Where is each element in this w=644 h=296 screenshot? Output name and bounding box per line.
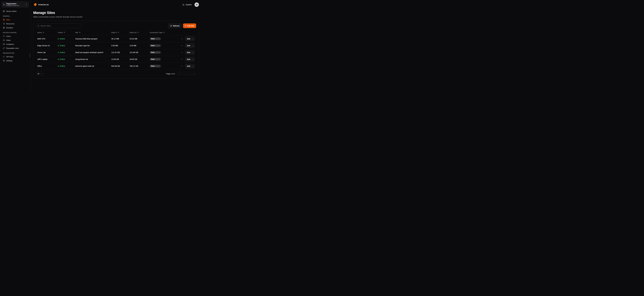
data-in-cell: 112.42 GB (111, 52, 130, 54)
org-subtitle: milo@fossorial.io's ... (6, 5, 24, 6)
table-row: Home Lab Online dead-san-joaquin-antelop… (36, 49, 196, 56)
first-page-button[interactable]: « (178, 72, 182, 76)
sidebar-item-shareable-links[interactable]: Shareable Links (2, 46, 29, 50)
page-size-select[interactable]: 20 (36, 72, 44, 76)
site-tunnel-name: dead-san-joaquin-antelope-squirrel (75, 52, 111, 54)
row-menu-button[interactable]: ⋯ (180, 44, 184, 47)
row-menu-button[interactable]: ⋯ (180, 65, 184, 67)
edit-button[interactable]: Edit → (185, 64, 195, 68)
prev-page-button[interactable]: ‹ (182, 72, 186, 76)
sort-icon: ⇅ (118, 32, 119, 33)
sidebar: Organization milo@fossorial.io's ... Ser… (0, 0, 30, 92)
page-indicator: Page 1 of 1 (166, 73, 175, 75)
add-site-label: Add Site (187, 25, 194, 27)
sort-icon: ⇅ (43, 32, 44, 33)
online-status: Online (58, 52, 75, 54)
column-header-site[interactable]: Site ⇅ (75, 32, 111, 34)
row-menu-button[interactable]: ⋯ (180, 58, 184, 60)
sidebar-item-api-keys[interactable]: API Keys (2, 55, 29, 58)
row-actions: ⋯ Edit → (180, 44, 195, 48)
column-label: Data Out (130, 32, 136, 34)
gear-icon (3, 60, 5, 62)
sidebar-item-server-admin[interactable]: Server Admin (2, 9, 29, 13)
page-head: Manage Sites Allow connectivity to your … (30, 9, 202, 18)
refresh-label: Refresh (173, 25, 180, 27)
row-actions: ⋯ Edit → (180, 50, 195, 54)
sidebar-item-sites[interactable]: Sites (2, 18, 29, 22)
column-header-online[interactable]: Online ⇅ (58, 32, 75, 34)
online-status-dot (58, 66, 59, 66)
chevrons-up-down-icon (26, 4, 27, 6)
online-status: Online (58, 65, 75, 67)
connection-version: v1.3.2 (156, 52, 160, 53)
row-actions: ⋯ Edit → (180, 57, 195, 62)
edit-button[interactable]: Edit → (185, 50, 195, 54)
online-status-dot (58, 45, 59, 46)
connection-type-badge: Newt v1.3.2 (150, 37, 161, 40)
key-icon (3, 56, 5, 58)
site-name-cell: Jeff's Laptop (37, 58, 58, 60)
site-tunnel-name: vivacious-little-blue-penguin (75, 38, 111, 40)
edit-label: Edit (187, 52, 190, 54)
refresh-button[interactable]: Refresh (168, 24, 182, 28)
building-icon (3, 4, 5, 6)
pagination: Page 1 of 1 « ‹ › » (166, 72, 196, 76)
site-tunnel-name: welcome-giant-mole-rat (75, 65, 111, 67)
users-icon (3, 39, 5, 41)
edit-button[interactable]: Edit → (185, 44, 195, 48)
online-status-label: Online (60, 44, 65, 47)
data-out-cell: 52.02 MB (130, 38, 150, 40)
sidebar-item-label: Roles (6, 39, 11, 41)
row-menu-button[interactable]: ⋯ (180, 51, 184, 54)
sort-icon: ⇅ (79, 32, 80, 33)
avatar[interactable]: M (194, 2, 199, 7)
app-window: Organization milo@fossorial.io's ... Ser… (0, 0, 202, 92)
sidebar-item-label: Sites (6, 19, 10, 21)
site-tunnel-name: fortunate-cape-fox (75, 44, 111, 47)
sidebar-item-invitations[interactable]: Invitations (2, 42, 29, 46)
connection-name: Newt (151, 65, 155, 67)
connection-name: Newt (151, 45, 155, 46)
add-site-button[interactable]: + Add Site (183, 24, 196, 28)
plus-icon: + (185, 25, 186, 27)
sidebar-nav: Server Admin GENERAL Sites Resources Dom (2, 9, 29, 62)
org-switcher[interactable]: Organization milo@fossorial.io's ... (2, 2, 29, 8)
edit-button[interactable]: Edit → (185, 57, 195, 62)
column-header-data-in[interactable]: Data In ⇅ (111, 32, 130, 34)
site-name-cell: AWS VPC (37, 38, 58, 40)
row-menu-button[interactable]: ⋯ (180, 38, 184, 40)
search-input[interactable] (36, 24, 82, 28)
column-header-name[interactable]: Name ⇅ (37, 32, 58, 34)
last-page-button[interactable]: » (192, 72, 196, 76)
chevron-down-icon (40, 73, 42, 74)
arrow-right-icon: → (191, 44, 193, 47)
next-page-button[interactable]: › (188, 72, 191, 76)
sort-icon: ⇅ (64, 32, 65, 33)
column-label: Name (37, 32, 42, 34)
sidebar-scrollbar[interactable] (30, 54, 30, 57)
pangolin-logo (33, 3, 37, 6)
sidebar-item-users[interactable]: Users (2, 34, 29, 38)
arrow-right-icon: → (191, 58, 193, 60)
edit-label: Edit (187, 65, 190, 67)
arrow-right-icon: → (191, 52, 193, 54)
online-status-label: Online (60, 52, 65, 54)
arrow-right-icon: → (191, 65, 193, 67)
sidebar-item-domains[interactable]: Domains (2, 26, 29, 30)
toolbar-actions: Refresh + Add Site (168, 24, 196, 28)
server-icon (3, 10, 5, 12)
online-status-label: Online (60, 65, 65, 67)
sidebar-item-resources[interactable]: Resources (2, 22, 29, 26)
theme-toggle[interactable]: System (182, 4, 192, 6)
sidebar-item-roles[interactable]: Roles (2, 38, 29, 42)
connection-version: v1.3.2 (156, 58, 160, 60)
sidebar-item-settings[interactable]: Settings (2, 59, 29, 62)
column-header-data-out[interactable]: Data Out ⇅ (130, 32, 150, 34)
column-header-connection-type[interactable]: Connection Type ⇅ (150, 32, 180, 34)
site-name-cell: Office (37, 65, 58, 67)
page-subtitle: Allow connectivity to your network throu… (33, 16, 199, 18)
table-row: AWS VPC Online vivacious-little-blue-pen… (36, 35, 196, 42)
brand-name: PANGOLIN (38, 4, 49, 6)
connection-name: Newt (151, 38, 155, 40)
edit-button[interactable]: Edit → (185, 36, 195, 41)
